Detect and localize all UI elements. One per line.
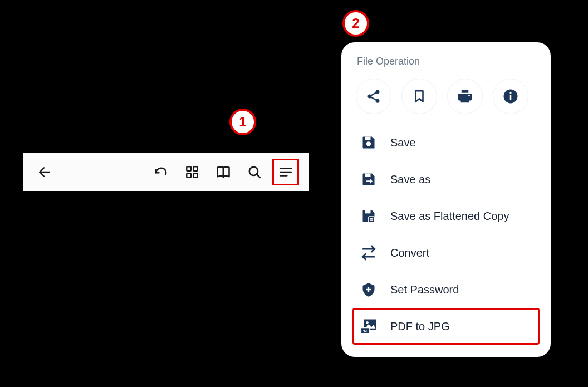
share-button[interactable] bbox=[356, 79, 391, 114]
svg-rect-15 bbox=[510, 95, 512, 100]
menu-label: PDF to JPG bbox=[390, 320, 450, 333]
menu-label: Save as Flattened Copy bbox=[390, 210, 509, 223]
info-button[interactable] bbox=[493, 79, 528, 114]
undo-button[interactable] bbox=[148, 159, 174, 185]
menu-label: Convert bbox=[390, 247, 429, 259]
share-icon bbox=[366, 89, 381, 104]
svg-rect-21 bbox=[369, 217, 375, 223]
svg-rect-20 bbox=[365, 210, 371, 214]
menu-label: Save bbox=[390, 136, 416, 149]
back-button[interactable] bbox=[33, 161, 56, 183]
svg-rect-25 bbox=[366, 289, 371, 290]
search-icon bbox=[247, 165, 262, 179]
svg-point-13 bbox=[468, 95, 470, 96]
svg-point-11 bbox=[368, 95, 372, 99]
undo-icon bbox=[153, 164, 169, 180]
menu-item-save-as[interactable]: Save as bbox=[352, 161, 540, 198]
svg-point-10 bbox=[376, 90, 380, 94]
svg-rect-2 bbox=[193, 166, 198, 171]
info-icon bbox=[502, 88, 519, 105]
search-button[interactable] bbox=[241, 159, 268, 185]
menu-item-save-flattened[interactable]: Save as Flattened Copy bbox=[352, 198, 540, 234]
save-flattened-icon bbox=[360, 208, 377, 224]
save-icon bbox=[360, 134, 377, 151]
callout-number: 1 bbox=[239, 114, 246, 130]
svg-point-16 bbox=[509, 92, 511, 94]
file-operation-panel: File Operation Save bbox=[341, 42, 551, 357]
book-view-button[interactable] bbox=[210, 159, 237, 185]
panel-title: File Operation bbox=[352, 56, 540, 67]
svg-text:PDF: PDF bbox=[362, 329, 369, 332]
svg-rect-22 bbox=[370, 218, 373, 219]
bookmark-button[interactable] bbox=[401, 79, 437, 114]
print-icon bbox=[457, 88, 473, 105]
shield-plus-icon bbox=[360, 281, 377, 298]
svg-rect-18 bbox=[365, 137, 371, 140]
svg-point-17 bbox=[366, 141, 371, 146]
menu-item-save[interactable]: Save bbox=[352, 124, 540, 161]
svg-line-6 bbox=[257, 174, 260, 178]
svg-point-27 bbox=[366, 321, 369, 324]
svg-rect-19 bbox=[365, 174, 371, 177]
toolbar bbox=[23, 153, 309, 191]
menu-button[interactable] bbox=[272, 159, 299, 185]
svg-rect-23 bbox=[370, 219, 373, 220]
menu-list: Save Save as Save as Flattened Copy Conv… bbox=[352, 124, 540, 345]
svg-rect-4 bbox=[193, 173, 198, 178]
grid-view-button[interactable] bbox=[179, 159, 205, 185]
book-open-icon bbox=[215, 164, 231, 180]
menu-item-convert[interactable]: Convert bbox=[352, 234, 540, 271]
menu-item-set-password[interactable]: Set Password bbox=[352, 271, 540, 308]
quick-actions-row bbox=[352, 79, 540, 114]
svg-rect-1 bbox=[187, 166, 191, 171]
menu-label: Set Password bbox=[390, 283, 459, 296]
callout-number: 2 bbox=[352, 16, 359, 31]
svg-point-12 bbox=[376, 99, 380, 103]
pdf-to-jpg-icon: PDF bbox=[360, 318, 377, 335]
bookmark-icon bbox=[412, 89, 427, 104]
menu-icon bbox=[278, 165, 293, 179]
print-button[interactable] bbox=[447, 79, 483, 114]
convert-icon bbox=[360, 244, 377, 261]
menu-item-pdf-to-jpg[interactable]: PDF PDF to JPG bbox=[352, 308, 540, 345]
callout-badge-2: 2 bbox=[342, 10, 369, 37]
arrow-left-icon bbox=[37, 165, 52, 179]
menu-label: Save as bbox=[390, 173, 430, 186]
save-as-icon bbox=[360, 171, 377, 188]
svg-rect-3 bbox=[187, 173, 191, 178]
grid-icon bbox=[185, 165, 199, 179]
callout-badge-1: 1 bbox=[229, 109, 256, 135]
